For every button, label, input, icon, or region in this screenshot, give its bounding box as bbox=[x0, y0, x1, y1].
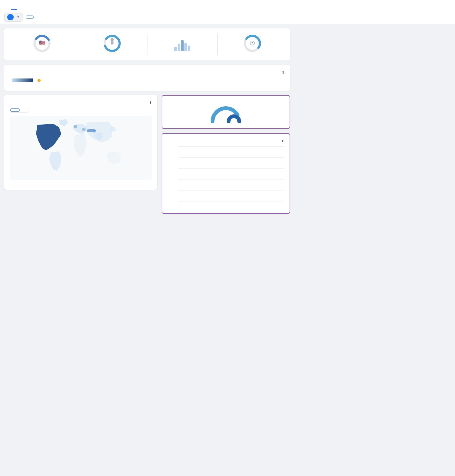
tab-countries[interactable] bbox=[10, 108, 20, 112]
location-meta: ⬆ bbox=[147, 100, 152, 104]
flag-donut: 🇺🇸 bbox=[33, 34, 51, 53]
gender-arc-svg bbox=[210, 104, 242, 123]
location-donut-svg: 🇺🇸 bbox=[33, 34, 51, 53]
australia-shape bbox=[107, 151, 121, 164]
page-selector[interactable]: ▼ bbox=[4, 13, 22, 22]
summary-age bbox=[147, 36, 217, 53]
two-column-layout: ⬆ bbox=[4, 95, 290, 214]
heatmap-legend bbox=[10, 78, 285, 82]
sub-navigation: ▼ bbox=[0, 10, 455, 24]
top-navigation bbox=[0, 0, 455, 10]
fb-page-icon bbox=[7, 14, 14, 20]
tab-engagement[interactable] bbox=[48, 16, 56, 19]
svg-rect-6 bbox=[111, 41, 113, 44]
right-column: ⬆ bbox=[162, 95, 290, 214]
summary-location: 🇺🇸 bbox=[7, 34, 77, 55]
location-tabs bbox=[10, 108, 29, 113]
export-icon[interactable]: ⬆ bbox=[281, 70, 285, 75]
age-y-labels bbox=[168, 146, 177, 201]
location-section: ⬆ bbox=[4, 95, 157, 190]
world-map-svg bbox=[10, 116, 152, 180]
activity-donut-svg: 🕐 bbox=[243, 34, 262, 53]
age-section: ⬆ bbox=[162, 133, 290, 214]
age-header: ⬆ bbox=[168, 139, 284, 143]
world-map-container bbox=[10, 116, 152, 180]
age-x-labels bbox=[178, 203, 284, 208]
nav-item-instagram[interactable] bbox=[17, 0, 24, 10]
tab-cities[interactable] bbox=[20, 108, 29, 112]
heatmap-meta: ⬆ bbox=[279, 70, 285, 75]
svg-point-5 bbox=[111, 38, 114, 41]
gender-section bbox=[162, 95, 290, 129]
chevron-down-icon: ▼ bbox=[17, 16, 20, 18]
heatmap-section: ⬆ bbox=[4, 65, 290, 91]
tab-audience[interactable] bbox=[26, 16, 34, 19]
legend-post-dot bbox=[37, 79, 41, 82]
location-header: ⬆ bbox=[10, 100, 152, 104]
age-bars-row bbox=[178, 154, 284, 201]
summary-activity: 🕐 bbox=[218, 34, 287, 55]
grid-line-100m bbox=[178, 146, 284, 147]
africa-shape bbox=[74, 134, 87, 156]
svg-text:🕐: 🕐 bbox=[250, 40, 255, 46]
greenland-shape bbox=[59, 119, 68, 126]
tab-page-likes[interactable] bbox=[37, 16, 45, 19]
age-export-icon[interactable]: ⬆ bbox=[281, 139, 284, 143]
activity-clock-icon: 🕐 bbox=[243, 34, 262, 53]
north-america-shape bbox=[36, 124, 61, 150]
nav-item-linkedin[interactable] bbox=[24, 0, 30, 10]
summary-section: 🇺🇸 bbox=[4, 28, 290, 61]
nav-item-facebook[interactable] bbox=[11, 0, 17, 10]
gender-donut-svg bbox=[103, 34, 122, 53]
gender-body bbox=[168, 104, 284, 123]
location-export-icon[interactable]: ⬆ bbox=[149, 100, 152, 104]
age-chart-container bbox=[168, 146, 284, 208]
tab-posts[interactable] bbox=[59, 16, 67, 19]
summary-gender bbox=[77, 34, 147, 55]
age-meta: ⬆ bbox=[279, 139, 284, 143]
main-content: 🇺🇸 bbox=[0, 24, 294, 218]
svg-text:🇺🇸: 🇺🇸 bbox=[39, 40, 45, 46]
legend-gradient-bar bbox=[12, 78, 33, 82]
gender-donut bbox=[103, 34, 122, 53]
heatmap-header: ⬆ bbox=[10, 70, 285, 75]
gender-arc-chart bbox=[207, 104, 245, 123]
nav-item-overview[interactable] bbox=[4, 0, 11, 10]
age-bar-icon bbox=[174, 36, 190, 51]
south-america-shape bbox=[49, 151, 61, 171]
